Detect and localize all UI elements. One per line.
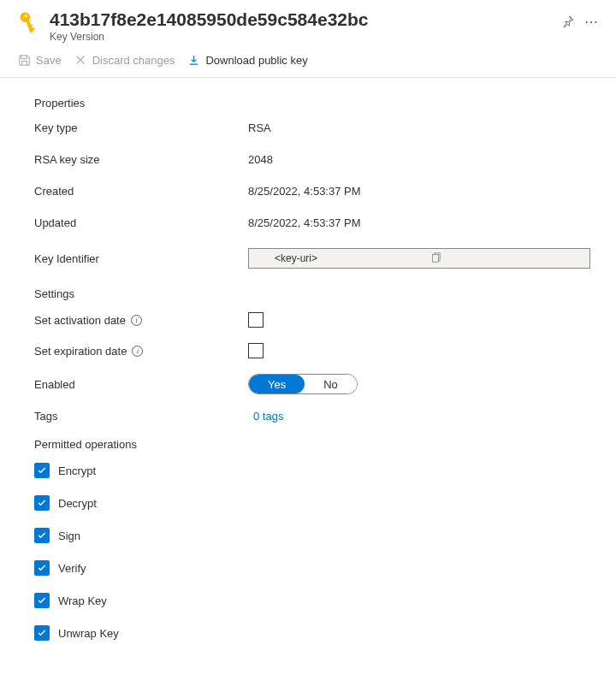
- expiration-label: Set expiration date: [34, 345, 127, 358]
- sign-row: Sign: [34, 528, 599, 543]
- updated-row: Updated 8/25/2022, 4:53:37 PM: [34, 216, 599, 229]
- activation-label: Set activation date: [34, 314, 126, 327]
- tags-label: Tags: [34, 410, 248, 423]
- decrypt-row: Decrypt: [34, 495, 599, 511]
- copy-icon[interactable]: [429, 251, 584, 266]
- updated-value: 8/25/2022, 4:53:37 PM: [248, 216, 599, 229]
- rsa-size-row: RSA key size 2048: [34, 153, 599, 166]
- verify-row: Verify: [34, 560, 599, 576]
- unwrap-checkbox[interactable]: [34, 625, 50, 641]
- info-icon[interactable]: i: [132, 346, 143, 357]
- save-button[interactable]: Save: [17, 53, 62, 67]
- key-identifier-label: Key Identifier: [34, 252, 248, 265]
- encrypt-checkbox[interactable]: [34, 463, 50, 478]
- updated-label: Updated: [34, 216, 248, 229]
- key-identifier-value: <key-uri>: [275, 252, 429, 264]
- created-label: Created: [34, 185, 248, 198]
- toolbar: Save Discard changes Download public key: [0, 46, 616, 78]
- rsa-size-label: RSA key size: [34, 153, 248, 166]
- created-value: 8/25/2022, 4:53:37 PM: [248, 185, 599, 198]
- decrypt-checkbox[interactable]: [34, 495, 50, 511]
- pin-icon[interactable]: [561, 15, 574, 28]
- permitted-heading: Permitted operations: [34, 438, 599, 451]
- enabled-label: Enabled: [34, 378, 248, 391]
- sign-label: Sign: [58, 529, 80, 542]
- wrap-checkbox[interactable]: [34, 593, 50, 608]
- activation-row: Set activation date i: [34, 312, 599, 328]
- download-button[interactable]: Download public key: [187, 53, 307, 67]
- page-header: 413b17f8e2e14085950de59c584e32bc Key Ver…: [0, 0, 616, 46]
- sign-checkbox[interactable]: [34, 528, 50, 543]
- key-type-value: RSA: [248, 121, 599, 134]
- decrypt-label: Decrypt: [58, 497, 97, 510]
- wrap-row: Wrap Key: [34, 593, 599, 608]
- rsa-size-value: 2048: [248, 153, 599, 166]
- key-identifier-row: Key Identifier <key-uri>: [34, 248, 599, 269]
- expiration-row: Set expiration date i: [34, 343, 599, 358]
- unwrap-row: Unwrap Key: [34, 625, 599, 641]
- verify-label: Verify: [58, 562, 86, 575]
- key-type-row: Key type RSA: [34, 121, 599, 134]
- svg-rect-5: [433, 254, 439, 262]
- save-icon: [17, 53, 31, 67]
- enabled-yes[interactable]: Yes: [249, 375, 305, 393]
- properties-heading: Properties: [34, 97, 599, 109]
- encrypt-label: Encrypt: [58, 464, 96, 477]
- tags-link[interactable]: 0 tags: [253, 410, 283, 423]
- enabled-toggle[interactable]: Yes No: [248, 374, 358, 394]
- wrap-label: Wrap Key: [58, 594, 107, 607]
- more-icon[interactable]: ⋯: [584, 14, 599, 30]
- settings-heading: Settings: [34, 287, 599, 300]
- content-area: Properties Key type RSA RSA key size 204…: [0, 78, 616, 675]
- activation-checkbox[interactable]: [248, 312, 264, 328]
- enabled-no[interactable]: No: [305, 375, 357, 393]
- download-icon: [187, 53, 200, 67]
- key-identifier-field[interactable]: <key-uri>: [248, 248, 590, 269]
- expiration-checkbox[interactable]: [248, 343, 264, 358]
- enabled-row: Enabled Yes No: [34, 374, 599, 394]
- page-subtitle: Key Version: [50, 31, 561, 43]
- created-row: Created 8/25/2022, 4:53:37 PM: [34, 185, 599, 198]
- svg-point-1: [25, 15, 27, 17]
- verify-checkbox[interactable]: [34, 560, 50, 576]
- info-icon[interactable]: i: [131, 315, 142, 326]
- encrypt-row: Encrypt: [34, 463, 599, 478]
- tags-row: Tags 0 tags: [34, 410, 599, 423]
- unwrap-label: Unwrap Key: [58, 627, 119, 640]
- key-icon: [17, 10, 41, 34]
- discard-icon: [74, 53, 87, 67]
- page-title: 413b17f8e2e14085950de59c584e32bc: [50, 9, 561, 30]
- key-type-label: Key type: [34, 121, 248, 134]
- discard-button[interactable]: Discard changes: [74, 53, 175, 67]
